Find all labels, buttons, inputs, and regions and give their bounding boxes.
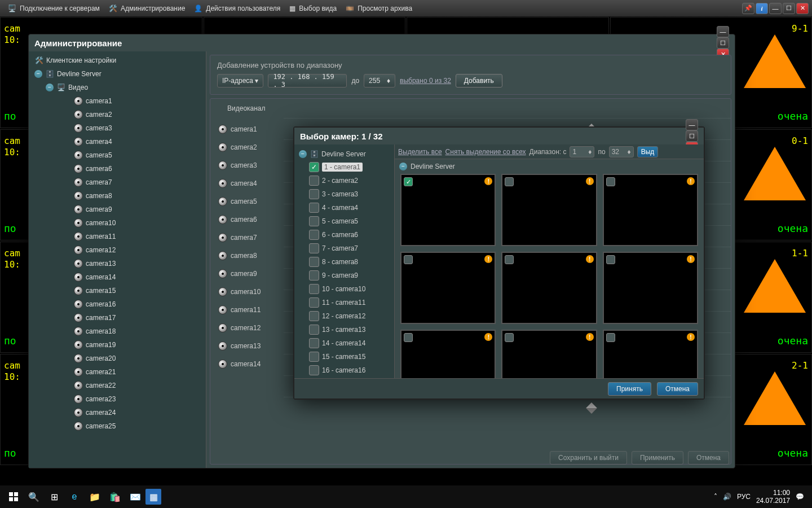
tree-client-settings[interactable]: 🛠️Клиентские настройки: [29, 54, 206, 67]
save-exit-button[interactable]: Сохранить и выйти: [550, 451, 627, 465]
minus-icon[interactable]: −: [34, 70, 42, 78]
thumb-checkbox[interactable]: [505, 333, 514, 342]
checkbox[interactable]: [309, 203, 319, 213]
camera-thumb[interactable]: !: [501, 330, 597, 378]
range-to-spinner[interactable]: 32♦: [609, 146, 634, 157]
cancel-button[interactable]: Отмена: [688, 451, 729, 465]
tray-notifications-icon[interactable]: 💬: [796, 493, 804, 501]
sel-tree-item[interactable]: 4 - camera4: [297, 201, 392, 214]
selected-link[interactable]: выбрано 0 из 32: [400, 77, 451, 85]
tree-camera-item[interactable]: camera17: [29, 311, 206, 325]
checkbox[interactable]: [309, 352, 319, 362]
tree-camera-item[interactable]: camera20: [29, 352, 206, 365]
thumb-checkbox[interactable]: [505, 255, 514, 264]
tree-camera-item[interactable]: camera1: [29, 94, 206, 108]
tree-camera-item[interactable]: camera13: [29, 257, 206, 270]
channel-list-item[interactable]: camera12: [216, 319, 284, 337]
sel-tree-item[interactable]: ✓1 - camera1: [297, 160, 392, 174]
channel-list-item[interactable]: camera6: [216, 211, 284, 229]
admin-minimize-button[interactable]: —: [717, 26, 729, 37]
toolbar-archive[interactable]: 🎞️Просмотр архива: [341, 3, 417, 14]
thumb-checkbox[interactable]: [404, 333, 413, 342]
store-icon[interactable]: 🛍️: [105, 488, 125, 506]
checkbox[interactable]: [309, 338, 319, 348]
main-maximize-button[interactable]: ☐: [783, 3, 795, 14]
info-button[interactable]: i: [756, 3, 768, 14]
start-button[interactable]: [3, 488, 24, 506]
range-from-spinner[interactable]: 1♦: [570, 146, 594, 157]
edge-icon[interactable]: e: [64, 488, 85, 506]
checkbox[interactable]: [309, 297, 319, 308]
tree-camera-item[interactable]: camera9: [29, 203, 206, 216]
tree-camera-item[interactable]: camera5: [29, 148, 206, 162]
sel-cancel-button[interactable]: Отмена: [657, 382, 698, 396]
task-view-icon[interactable]: ⊞: [44, 488, 64, 506]
pin-button[interactable]: 📌: [742, 3, 754, 14]
channel-table-row[interactable]: [284, 397, 731, 418]
sel-tree-item[interactable]: 16 - camera16: [297, 364, 392, 377]
explorer-icon[interactable]: 📁: [85, 488, 105, 506]
minus-icon[interactable]: −: [46, 84, 54, 91]
admin-maximize-button[interactable]: ☐: [717, 37, 729, 49]
sel-tree-item[interactable]: 2 - camera2: [297, 174, 392, 187]
tree-camera-item[interactable]: camera12: [29, 243, 206, 257]
camera-thumb[interactable]: !: [400, 330, 496, 378]
tray-lang[interactable]: РУС: [737, 493, 751, 501]
channel-list-item[interactable]: camera2: [216, 138, 284, 156]
tree-camera-item[interactable]: camera2: [29, 108, 206, 121]
pencil-icon[interactable]: [586, 402, 597, 414]
tree-camera-item[interactable]: camera15: [29, 284, 206, 297]
checkbox[interactable]: [309, 176, 319, 186]
channel-list-item[interactable]: camera8: [216, 247, 284, 265]
checkbox[interactable]: [309, 270, 319, 281]
sel-tree-server[interactable]: −🗄️Devline Server: [297, 148, 392, 160]
channel-list[interactable]: camera1camera2camera3camera4camera5camer…: [210, 118, 284, 418]
checkbox[interactable]: [309, 216, 319, 226]
channel-list-item[interactable]: camera9: [216, 265, 284, 283]
channel-list-item[interactable]: camera14: [216, 355, 284, 373]
checkbox[interactable]: [309, 189, 319, 199]
channel-list-item[interactable]: camera3: [216, 156, 284, 174]
windows-taskbar[interactable]: 🔍 ⊞ e 📁 🛍️ ✉️ ▦ ˄ 🔊 РУС 11:00 24.07.2017…: [0, 485, 812, 508]
sel-tree-item[interactable]: 13 - camera13: [297, 323, 392, 336]
add-button[interactable]: Добавить: [456, 74, 502, 87]
admin-sidebar-tree[interactable]: 🛠️Клиентские настройки−🗄️Devline Server−…: [29, 51, 206, 468]
ip-input[interactable]: 192 . 168 . 159 . 3: [268, 74, 347, 87]
sel-tree-item[interactable]: 10 - camera10: [297, 282, 392, 296]
camera-thumb[interactable]: !: [400, 252, 496, 324]
sel-tree-item[interactable]: 7 - camera7: [297, 242, 392, 255]
channel-list-item[interactable]: camera1: [216, 120, 284, 138]
toolbar-user-actions[interactable]: 👤Действия пользователя: [189, 3, 285, 14]
checkbox[interactable]: [309, 365, 319, 375]
camera-thumb[interactable]: !: [501, 174, 597, 246]
thumb-checkbox[interactable]: [606, 333, 615, 342]
tree-camera-item[interactable]: camera23: [29, 392, 206, 406]
camera-thumb[interactable]: ✓!: [400, 174, 496, 246]
sel-tree-item[interactable]: 14 - camera14: [297, 336, 392, 350]
range-apply-button[interactable]: Выд: [637, 146, 659, 157]
toolbar-admin[interactable]: 🛠️Администрирование: [104, 3, 189, 14]
channel-list-item[interactable]: camera11: [216, 301, 284, 319]
tree-server[interactable]: −🗄️Devline Server: [29, 67, 206, 81]
deselect-all-link[interactable]: Снять выделение со всех: [445, 148, 526, 156]
to-spinner[interactable]: 255♦: [364, 74, 395, 87]
main-close-button[interactable]: ✕: [796, 3, 809, 14]
minus-icon[interactable]: −: [299, 150, 307, 158]
mail-icon[interactable]: ✉️: [125, 488, 145, 506]
tree-camera-item[interactable]: camera25: [29, 419, 206, 433]
thumb-checkbox[interactable]: [505, 177, 514, 186]
checkbox[interactable]: ✓: [309, 162, 319, 172]
sel-titlebar[interactable]: Выбор камер: 1 / 32 — ☐ ✕: [294, 128, 704, 144]
camera-thumb[interactable]: !: [603, 252, 698, 324]
sel-ok-button[interactable]: Принять: [608, 382, 651, 396]
sel-server-header[interactable]: − Devline Server: [395, 159, 704, 174]
sel-tree-item[interactable]: 15 - camera15: [297, 350, 392, 364]
channel-list-item[interactable]: camera10: [216, 283, 284, 301]
tray-clock[interactable]: 11:00 24.07.2017: [756, 489, 790, 505]
tree-camera-item[interactable]: camera8: [29, 189, 206, 203]
select-all-link[interactable]: Выделить все: [398, 148, 442, 156]
tree-camera-item[interactable]: camera11: [29, 230, 206, 243]
tree-camera-item[interactable]: camera4: [29, 135, 206, 148]
tree-video[interactable]: −🖥️Видео: [29, 81, 206, 94]
tray-chevron-icon[interactable]: ˄: [714, 493, 717, 501]
